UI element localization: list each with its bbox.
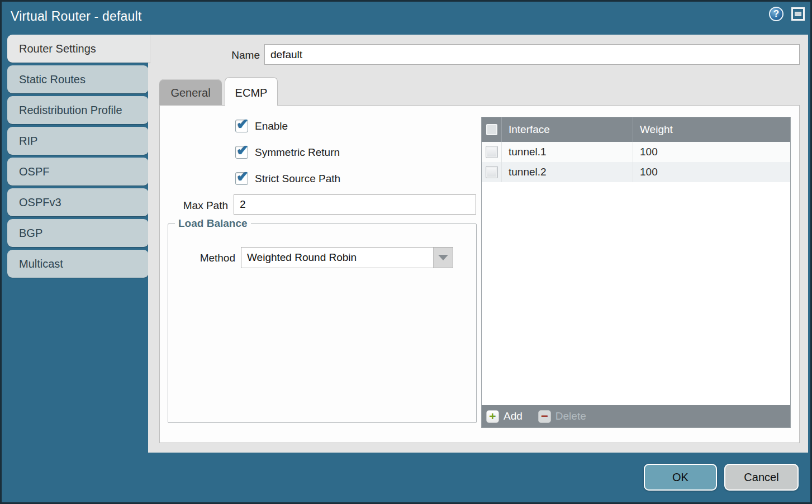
table-footer: + Add − Delete [482,405,790,427]
restore-window-icon[interactable] [791,7,805,21]
symmetric-return-checkbox[interactable]: ✔ [235,146,248,159]
delete-button[interactable]: − Delete [538,410,586,423]
add-button-label: Add [504,410,523,422]
plus-icon: + [486,410,499,423]
weight-column-header: Weight [633,117,790,142]
table-row[interactable]: tunnel.1 100 [482,142,790,162]
sidebar-item-ospfv3[interactable]: OSPFv3 [7,188,149,216]
select-all-checkbox[interactable] [486,124,497,135]
method-value: Weighted Round Robin [241,251,433,264]
sidebar-item-static-routes[interactable]: Static Routes [7,65,149,93]
sidebar-item-bgp[interactable]: BGP [7,219,149,247]
title-bar: Virtual Router - default ? [2,2,810,33]
symmetric-return-checkbox-row[interactable]: ✔ Symmetric Return [235,146,340,159]
settings-panel: Name General ECMP ✔ Enable ✔ Symmetric R… [148,35,808,453]
checkmark-icon: ✔ [236,168,249,186]
checkmark-icon: ✔ [236,116,249,133]
checkmark-icon: ✔ [236,142,249,159]
interface-weight-table: Interface Weight tunnel.1 100 tunnel.2 1… [481,117,791,428]
delete-button-label: Delete [555,410,586,422]
dropdown-button[interactable] [433,248,453,268]
ok-button[interactable]: OK [644,464,717,491]
sidebar-item-ospf[interactable]: OSPF [7,158,149,186]
method-label: Method [168,252,235,264]
interface-cell: tunnel.2 [502,166,633,178]
dialog-title: Virtual Router - default [11,9,142,24]
table-empty-area [482,182,790,405]
enable-checkbox-row[interactable]: ✔ Enable [235,120,288,132]
interface-column-header: Interface [502,123,633,136]
sidebar-item-rip[interactable]: RIP [7,127,149,155]
row-checkbox[interactable] [486,146,498,158]
table-header: Interface Weight [482,117,790,142]
cancel-button[interactable]: Cancel [724,464,799,491]
name-label: Name [204,49,260,61]
tab-general[interactable]: General [159,79,222,105]
enable-checkbox[interactable]: ✔ [235,120,248,132]
weight-cell: 100 [633,162,790,182]
sidebar-item-router-settings[interactable]: Router Settings [7,35,150,63]
load-balance-legend: Load Balance [175,217,251,230]
name-input[interactable] [264,44,800,65]
strict-source-path-checkbox-row[interactable]: ✔ Strict Source Path [235,172,340,185]
restore-window-icon-inner [795,12,801,16]
row-checkbox[interactable] [486,166,498,178]
max-path-input[interactable] [234,194,476,215]
help-icon[interactable]: ? [769,7,783,21]
table-row[interactable]: tunnel.2 100 [482,162,790,182]
minus-icon: − [538,410,551,423]
tab-ecmp[interactable]: ECMP [225,77,278,106]
load-balance-group: Load Balance Method Weighted Round Robin [168,217,477,423]
header-checkbox-cell [482,117,502,142]
row-checkbox-cell [482,162,502,182]
method-dropdown[interactable]: Weighted Round Robin [241,247,453,268]
add-button[interactable]: + Add [486,410,523,423]
weight-cell: 100 [633,142,790,162]
chevron-down-icon [438,255,448,260]
strict-source-path-label: Strict Source Path [255,173,340,185]
ecmp-tab-content: ✔ Enable ✔ Symmetric Return ✔ Strict Sou… [159,105,800,443]
max-path-label: Max Path [160,199,228,212]
strict-source-path-checkbox[interactable]: ✔ [235,172,248,185]
sidebar-item-multicast[interactable]: Multicast [7,250,149,278]
row-checkbox-cell [482,142,502,162]
symmetric-return-label: Symmetric Return [255,146,340,159]
sidebar-item-redistribution-profile[interactable]: Redistribution Profile [7,96,149,124]
sidebar: Router Settings Static Routes Redistribu… [7,35,150,280]
enable-label: Enable [255,120,288,132]
interface-cell: tunnel.1 [502,146,633,158]
virtual-router-dialog: Virtual Router - default ? Router Settin… [0,0,812,504]
